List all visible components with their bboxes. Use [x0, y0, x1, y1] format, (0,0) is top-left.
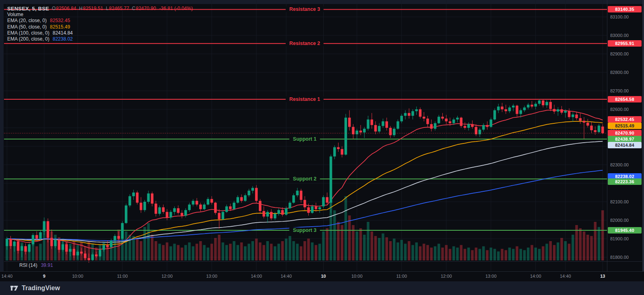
volume-bar [181, 248, 184, 260]
volume-bar [345, 196, 347, 260]
candle-body [345, 118, 347, 155]
candle-body [292, 195, 295, 203]
candle-body [456, 118, 459, 120]
candle-body [586, 123, 589, 125]
time-axis-tick: 10:00 [72, 274, 83, 279]
volume-bar [285, 239, 288, 260]
volume-bar [542, 246, 545, 260]
volume-bar [590, 236, 593, 260]
ema-legend-row[interactable]: EMA (20, close, 0)82532.45 [7, 18, 193, 24]
price-axis-tick: 82300.00 [610, 162, 629, 167]
candle-body [91, 254, 94, 260]
volume-bar [318, 244, 321, 260]
candle-body [248, 191, 250, 195]
volume-bar [549, 241, 552, 260]
level-label-resistance-3: Resistance 3 [286, 6, 324, 12]
price-axis-tick: 81800.00 [610, 255, 629, 260]
volume-bar [508, 248, 511, 260]
candle-body [84, 254, 87, 258]
candle-body [88, 258, 91, 260]
volume-bar [479, 249, 481, 260]
price-tag: 83140.35 [608, 6, 642, 12]
volume-bar [84, 246, 87, 260]
time-axis-tick: 13:00 [206, 274, 217, 279]
volume-bar [58, 237, 61, 260]
candle-body [69, 249, 72, 252]
volume-bar [516, 246, 518, 260]
candle-body [281, 210, 284, 215]
price-axis[interactable]: 83100.0083000.0082900.0082800.0082700.00… [607, 0, 642, 271]
candle-body [218, 213, 221, 219]
volume-bar [43, 225, 46, 260]
ema-legend-row[interactable]: EMA (200, close, 0)82238.02 [7, 36, 193, 42]
volume-bar [467, 248, 470, 260]
candle-body [490, 119, 493, 127]
symbol-ohlc-row[interactable]: SENSEX, 5, BSEO82506.84H82519.51L82465.7… [7, 6, 193, 12]
candle-body [125, 205, 128, 223]
volume-bar [583, 231, 586, 260]
candle-body [568, 111, 571, 117]
time-axis-tick: 9 [43, 274, 45, 279]
candle-body [17, 242, 20, 251]
candle-body [378, 126, 381, 131]
volume-bar [322, 231, 325, 260]
rsi-legend-row[interactable]: RSI (14) 39.91 [19, 262, 53, 268]
volume-bar [207, 248, 210, 260]
candle-body [359, 131, 362, 133]
candle-body [330, 156, 332, 203]
candle-body [572, 115, 574, 117]
volume-bar [270, 244, 273, 260]
time-axis-tick: 14:00 [251, 274, 262, 279]
volume-bar [530, 245, 533, 260]
volume-bar [535, 248, 537, 260]
volume-bar [404, 244, 407, 260]
price-axis-tick: 82700.00 [610, 88, 629, 93]
ema-legend-row[interactable]: EMA (100, close, 0)82414.84 [7, 30, 193, 36]
volume-legend-row[interactable]: Volume [7, 12, 193, 18]
candle-body [214, 203, 217, 213]
ohlc-value: 82519.51 [83, 6, 103, 11]
volume-bar [222, 242, 225, 260]
volume-bar [244, 246, 247, 260]
candle-body [594, 130, 597, 132]
price-axis-tick: 82800.00 [610, 70, 629, 75]
candle-body [356, 131, 359, 134]
volume-bar [114, 241, 116, 260]
volume-bar [32, 241, 35, 260]
candle-body [58, 240, 61, 250]
candle-body [423, 117, 425, 119]
candle-body [601, 127, 604, 133]
volume-bar [430, 248, 433, 260]
volume-bar [136, 239, 139, 260]
candle-body [225, 207, 228, 212]
volume-bar [568, 244, 571, 260]
volume-bar [371, 231, 374, 260]
candle-body [415, 109, 418, 111]
volume-bar [54, 235, 57, 260]
volume-bar [140, 241, 142, 260]
candle-body [538, 100, 541, 104]
ema-legend-label: EMA (20, close, 0) [7, 18, 47, 23]
volume-bar [158, 244, 161, 260]
volume-bar [39, 244, 42, 260]
volume-bar [445, 245, 448, 260]
volume-bar [572, 235, 574, 260]
volume-bar [545, 244, 548, 260]
candle-body [452, 119, 455, 123]
volume-bar [389, 241, 392, 260]
time-axis[interactable]: 14:40910:0011:0012:0013:0014:0014:401010… [0, 271, 644, 281]
ema-legend-value: 82414.84 [53, 30, 73, 36]
volume-bar [218, 235, 221, 260]
candle-body [262, 211, 265, 217]
candle-body [296, 191, 299, 195]
candle-body [62, 244, 64, 250]
candle-body [162, 207, 165, 212]
candle-body [32, 235, 35, 244]
ema-legend-row[interactable]: EMA (50, close, 0)82515.49 [7, 24, 193, 30]
volume-bar [188, 242, 191, 260]
tradingview-logo[interactable]: TradingView [10, 285, 60, 292]
candle-body [333, 147, 336, 156]
candle-body [240, 197, 243, 201]
candle-body [28, 244, 31, 252]
volume-bar [169, 246, 172, 260]
